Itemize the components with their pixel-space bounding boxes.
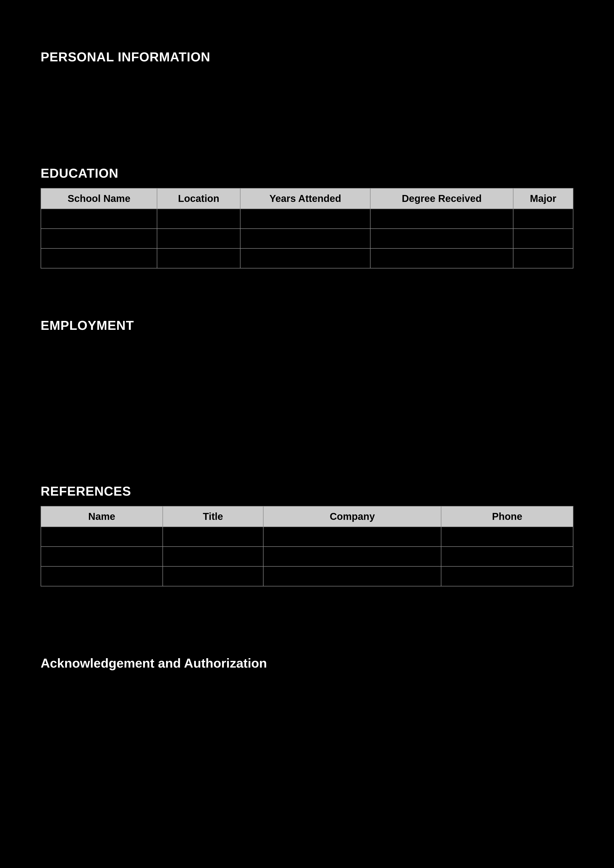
education-spacer [40,268,574,298]
table-row [41,209,573,229]
education-section: EDUCATION School Name Location Years Att… [40,166,574,298]
employment-content-area [40,340,574,414]
references-table-header-row: Name Title Company Phone [41,506,573,527]
ref-row1-title[interactable] [163,527,264,547]
ref-row3-phone[interactable] [441,566,573,586]
education-title: EDUCATION [40,166,574,181]
education-table: School Name Location Years Attended Degr… [40,188,574,268]
personal-information-content-area [40,72,574,146]
edu-row3-school[interactable] [41,248,157,268]
ref-row1-name[interactable] [41,527,163,547]
ref-row1-company[interactable] [263,527,441,547]
education-table-header: School Name Location Years Attended Degr… [41,188,573,209]
education-col-school-name: School Name [41,188,157,209]
acknowledgement-title: Acknowledgement and Authorization [40,656,574,671]
edu-row2-major[interactable] [513,229,573,248]
references-table-header: Name Title Company Phone [41,506,573,527]
edu-row2-degree[interactable] [370,229,513,248]
edu-row1-degree[interactable] [370,209,513,229]
ref-row2-title[interactable] [163,547,264,566]
personal-information-section: PERSONAL INFORMATION [40,50,574,146]
employment-title: EMPLOYMENT [40,318,574,333]
employment-section: EMPLOYMENT [40,318,574,464]
references-section: REFERENCES Name Title Company Phone [40,484,574,636]
acknowledgement-content-area [40,678,574,752]
education-col-years-attended: Years Attended [240,188,370,209]
ref-row2-name[interactable] [41,547,163,566]
references-table: Name Title Company Phone [40,506,574,586]
edu-row2-years[interactable] [240,229,370,248]
ref-col-title: Title [163,506,264,527]
table-row [41,566,573,586]
table-row [41,527,573,547]
acknowledgement-section: Acknowledgement and Authorization [40,656,574,826]
ref-row3-name[interactable] [41,566,163,586]
ref-row3-company[interactable] [263,566,441,586]
references-title: REFERENCES [40,484,574,499]
edu-row2-location[interactable] [157,229,240,248]
edu-row1-years[interactable] [240,209,370,229]
ref-row3-title[interactable] [163,566,264,586]
education-table-header-row: School Name Location Years Attended Degr… [41,188,573,209]
table-row [41,248,573,268]
education-table-body [41,209,573,268]
references-table-body [41,527,573,586]
ref-col-phone: Phone [441,506,573,527]
page: PERSONAL INFORMATION EDUCATION School Na… [0,0,614,868]
ref-row1-phone[interactable] [441,527,573,547]
edu-row3-major[interactable] [513,248,573,268]
edu-row1-major[interactable] [513,209,573,229]
ref-row2-phone[interactable] [441,547,573,566]
table-row [41,547,573,566]
ref-row2-company[interactable] [263,547,441,566]
education-col-location: Location [157,188,240,209]
edu-row2-school[interactable] [41,229,157,248]
ref-col-company: Company [263,506,441,527]
acknowledgement-content-area-2 [40,752,574,826]
edu-row3-years[interactable] [240,248,370,268]
references-spacer [40,586,574,636]
education-col-major: Major [513,188,573,209]
edu-row3-location[interactable] [157,248,240,268]
table-row [41,229,573,248]
education-col-degree-received: Degree Received [370,188,513,209]
employment-content-area-2 [40,414,574,464]
edu-row1-location[interactable] [157,209,240,229]
edu-row1-school[interactable] [41,209,157,229]
edu-row3-degree[interactable] [370,248,513,268]
ref-col-name: Name [41,506,163,527]
personal-information-title: PERSONAL INFORMATION [40,50,574,64]
